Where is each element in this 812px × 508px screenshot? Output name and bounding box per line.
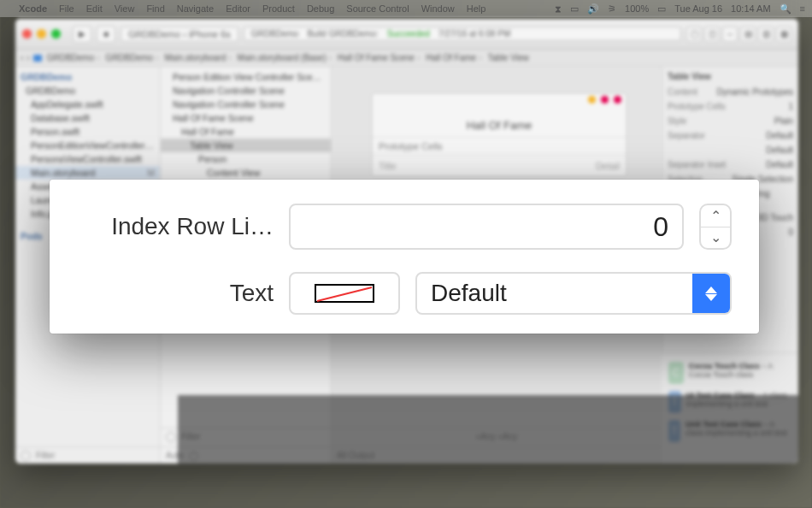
index-row-limit-field[interactable]: 0 (289, 204, 684, 250)
outline-scene[interactable]: Navigation Controller Scene (161, 97, 331, 111)
nav-title: Hall Of Fame (372, 110, 627, 137)
simulated-tableview[interactable]: Hall Of Fame Prototype Cells Title Detai… (371, 92, 627, 177)
editor-version-button[interactable]: ↔ (722, 27, 738, 42)
inspector-label: Style (668, 116, 686, 126)
jump-seg-0[interactable]: GRDBDemo (47, 53, 103, 62)
inspector-label: Separator Inset (668, 160, 726, 169)
toggle-inspector-button[interactable]: ▦ (776, 27, 791, 42)
jump-seg-6[interactable]: Table View (488, 53, 529, 62)
cell-title: Title (379, 161, 396, 171)
jump-seg-4[interactable]: Hall Of Fame Scene (338, 53, 422, 62)
menu-help[interactable]: Help (467, 3, 486, 14)
activity-scheme: GRDBDemo (251, 29, 299, 38)
nav-file[interactable]: PersonEditionViewController.swift (15, 139, 160, 152)
jump-seg-2[interactable]: Main.storyboard (165, 53, 234, 62)
editor-standard-button[interactable]: ▢ (686, 27, 702, 42)
index-row-limit-stepper[interactable]: ⌃ ⌄ (699, 204, 732, 250)
menu-window[interactable]: Window (421, 3, 455, 14)
menu-file[interactable]: File (59, 3, 74, 14)
activity-message: Build GRDBDemo: (307, 29, 378, 38)
outline-item[interactable]: Person (161, 152, 331, 166)
jump-seg-1[interactable]: GRDBDemo (106, 53, 162, 62)
library-item[interactable]: C Cocoa Touch Class – A Cocoa Touch clas… (667, 358, 793, 387)
window-minimize-button[interactable] (37, 29, 46, 38)
wifi-icon[interactable]: ⚞ (608, 3, 616, 15)
toggle-debug-button[interactable]: ▥ (758, 27, 774, 42)
notification-center-icon[interactable]: ≡ (800, 3, 805, 14)
inspector-value[interactable]: 1 (788, 102, 793, 111)
activity-status: Succeeded (387, 29, 430, 38)
clock-time: 10:14 AM (731, 3, 770, 14)
stepper-up-icon[interactable]: ⌃ (701, 205, 730, 227)
jump-bar[interactable]: ‹ › GRDBDemo GRDBDemo Main.storyboard Ma… (15, 50, 798, 67)
scheme-selector[interactable]: GRDBDemo › iPhone 6s (121, 27, 238, 42)
outline-item-selected[interactable]: Table View (161, 139, 331, 152)
spotlight-icon[interactable]: 🔍 (780, 3, 791, 15)
navigator-project[interactable]: GRDBDemo (15, 70, 160, 84)
outline-item[interactable]: Content View (161, 166, 331, 180)
jump-forward-icon[interactable]: › (26, 53, 29, 62)
filter-icon[interactable] (166, 432, 176, 442)
nav-file-label: Main.storyboard (31, 168, 95, 178)
battery-icon[interactable]: ▭ (657, 3, 666, 15)
nav-file-selected[interactable]: Main.storyboard M (15, 166, 160, 180)
menu-view[interactable]: View (115, 3, 135, 14)
inspector-value[interactable]: 3D Touch (757, 213, 793, 222)
run-button[interactable]: ▶ (73, 26, 91, 43)
editor-assistant-button[interactable]: ◫ (704, 27, 720, 42)
nav-file[interactable]: Database.swift (15, 111, 160, 125)
scene-dot-icon (601, 96, 609, 103)
text-color-dropdown[interactable]: Default (415, 272, 732, 315)
bluetooth-icon[interactable]: ⧗ (555, 3, 562, 15)
inspector-zoom-overlay: Index Row Li… 0 ⌃ ⌄ Text Default (50, 180, 759, 334)
outline-scene[interactable]: Navigation Controller Scene (161, 84, 331, 97)
inspector-value[interactable]: 0 (788, 227, 793, 237)
volume-icon[interactable]: 🔊 (587, 3, 599, 15)
menu-edit[interactable]: Edit (86, 3, 103, 14)
scene-dot-icon (614, 96, 621, 103)
outline-item[interactable]: Hall Of Fame (161, 125, 331, 139)
nav-file[interactable]: Person.swift (15, 125, 160, 139)
nav-file[interactable]: PersonsViewController.swift (15, 152, 160, 166)
text-color-swatch[interactable] (289, 272, 400, 315)
dropdown-chevron-icon[interactable] (692, 274, 730, 313)
outline-scene[interactable]: Hall Of Fame Scene (161, 111, 331, 125)
menu-source-control[interactable]: Source Control (346, 3, 409, 14)
menu-debug[interactable]: Debug (307, 3, 334, 14)
inspector-value[interactable]: Default (766, 145, 793, 155)
clock-day: Tue Aug 16 (674, 3, 722, 14)
stop-button[interactable]: ■ (97, 26, 115, 43)
menu-navigate[interactable]: Navigate (177, 3, 214, 14)
debug-area[interactable] (178, 395, 798, 464)
menu-product[interactable]: Product (262, 3, 295, 14)
inspector-value[interactable]: Default (766, 160, 793, 169)
app-menu[interactable]: Xcode (19, 3, 47, 14)
activity-viewer: GRDBDemo Build GRDBDemo: Succeeded 7/27/… (244, 27, 681, 41)
text-color-value: Default (417, 280, 692, 307)
scene-dot-icon (588, 96, 596, 103)
library-item-name: Cocoa Touch Class (689, 362, 760, 370)
inspector-value[interactable]: Dynamic Prototypes (717, 87, 793, 97)
filter-label: Filter (36, 451, 55, 460)
menu-find[interactable]: Find (146, 3, 164, 14)
folder-icon (33, 55, 42, 62)
menu-editor[interactable]: Editor (226, 3, 250, 14)
inspector-value[interactable]: Default (766, 131, 793, 140)
nav-file[interactable]: AppDelegate.swift (15, 97, 160, 111)
prototype-cells-label: Prototype Cells (372, 137, 627, 155)
window-zoom-button[interactable] (51, 29, 61, 38)
jump-seg-5[interactable]: Hall Of Fame (426, 53, 484, 62)
jump-seg-3[interactable]: Main.storyboard (Base) (238, 53, 334, 62)
prototype-cell-row[interactable]: Title Detail (372, 155, 627, 176)
stepper-down-icon[interactable]: ⌄ (701, 227, 730, 249)
scheme-device: iPhone 6s (189, 29, 231, 39)
display-icon[interactable]: ▭ (570, 3, 579, 15)
index-row-limit-label: Index Row Li… (77, 213, 274, 240)
inspector-value[interactable]: Plain (774, 116, 793, 126)
toggle-navigator-button[interactable]: ▤ (740, 27, 756, 42)
filter-icon[interactable] (21, 451, 31, 461)
jump-back-icon[interactable]: ‹ (21, 53, 23, 62)
navigator-group[interactable]: GRDBDemo (15, 84, 160, 97)
window-close-button[interactable] (22, 29, 32, 38)
outline-scene[interactable]: Person Edition View Controller Sce… (161, 70, 331, 84)
